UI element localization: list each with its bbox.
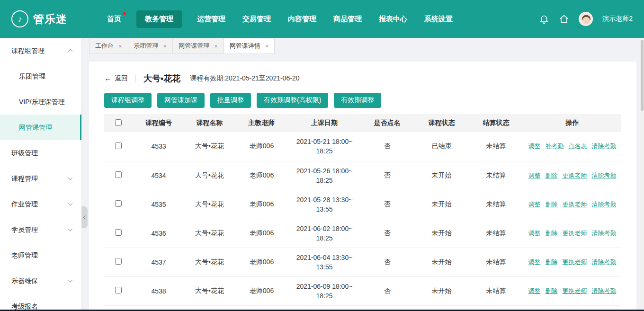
action-button[interactable]: 课程组调整 [104, 93, 152, 108]
sidebar-item[interactable]: 老师管理 [0, 242, 81, 268]
row-action-link[interactable]: 清除考勤 [592, 287, 617, 294]
table-column-header: 课程名称 [185, 114, 234, 132]
cell-date: 2021-05-26 18:00~18:25 [289, 161, 360, 190]
back-arrow-icon: ← [104, 75, 112, 82]
top-nav-item[interactable]: 教务管理 [136, 10, 182, 28]
row-action-link[interactable]: 调整 [528, 172, 541, 179]
action-button[interactable]: 有效期调整(高权限) [257, 93, 328, 108]
tab-item[interactable]: 网管课详情× [224, 38, 275, 54]
cell-status: 已结束 [414, 132, 469, 161]
cell-teacher: 老师006 [234, 219, 289, 248]
tab-item[interactable]: 网管课管理× [173, 38, 224, 54]
chevron-down-icon [68, 201, 73, 206]
tab-close-icon[interactable]: × [118, 43, 122, 49]
back-button[interactable]: ← 返回 [104, 74, 128, 83]
sidebar-item-label: VIP/乐理课管理 [19, 98, 64, 106]
sidebar-item[interactable]: 考级报名 [0, 293, 81, 311]
cell-settlement: 未结算 [469, 132, 523, 161]
action-button[interactable]: 网管课加课 [157, 93, 205, 108]
cell-settlement: 未结算 [469, 276, 523, 305]
top-nav-item[interactable]: 商品管理 [331, 10, 364, 28]
row-action-link[interactable]: 调整 [528, 201, 541, 208]
row-checkbox[interactable] [115, 229, 122, 236]
row-action-link[interactable]: 清除考勤 [592, 230, 617, 237]
row-action-link[interactable]: 清除考勤 [592, 201, 617, 208]
tab-close-icon[interactable]: × [163, 43, 167, 49]
row-action-link[interactable]: 点名表 [569, 142, 587, 150]
row-action-link[interactable]: 删除 [546, 258, 558, 266]
top-nav-item[interactable]: 报表中心 [377, 10, 409, 28]
cell-settlement: 未结算 [469, 219, 523, 248]
table-row: 4537大号•花花老师0062021-06-04 13:30~13:55否未开始… [104, 248, 621, 276]
row-action-link[interactable]: 删除 [546, 230, 558, 237]
select-all-checkbox[interactable] [115, 119, 122, 126]
logo-text: 管乐迷 [33, 12, 67, 27]
top-nav-item[interactable]: 交易管理 [241, 10, 273, 28]
row-actions-cell: 调整删除更换老师清除考勤 [523, 248, 621, 276]
logo-icon: ♪ [11, 10, 28, 27]
row-action-link[interactable]: 更换老师 [563, 287, 587, 294]
sidebar-item[interactable]: 班级管理 [0, 140, 81, 166]
row-action-link[interactable]: 更换老师 [563, 230, 587, 237]
sidebar-item[interactable]: 作业管理 [0, 191, 81, 217]
action-buttons-row: 课程组调整网管课加课批量调整有效期调整(高权限)有效期调整 [104, 93, 621, 108]
tab-close-icon[interactable]: × [214, 43, 218, 49]
action-button[interactable]: 有效期调整 [334, 93, 381, 108]
row-action-link[interactable]: 删除 [546, 287, 558, 294]
row-action-link[interactable]: 删除 [546, 201, 558, 208]
row-actions-cell: 调整补考勤点名表清除考勤 [523, 132, 621, 161]
sidebar-item-label: 学员管理 [11, 226, 38, 233]
scrollbar-thumb[interactable] [641, 40, 644, 111]
row-action-link[interactable]: 调整 [528, 230, 541, 237]
row-action-link[interactable]: 更换老师 [563, 201, 587, 208]
row-action-link[interactable]: 更换老师 [563, 172, 587, 179]
cell-teacher: 老师006 [234, 276, 289, 305]
sidebar-item[interactable]: 课程管理 [0, 166, 81, 191]
bell-icon[interactable] [539, 14, 549, 24]
row-checkbox[interactable] [115, 258, 122, 265]
row-action-link[interactable]: 调整 [528, 287, 541, 294]
row-action-link[interactable]: 清除考勤 [592, 172, 617, 179]
logo[interactable]: ♪ 管乐迷 [11, 10, 82, 27]
cell-settlement: 未结算 [469, 190, 523, 219]
sidebar-item[interactable]: 乐团管理 [0, 63, 81, 89]
tab-label: 工作台 [95, 42, 114, 50]
row-action-link[interactable]: 清除考勤 [592, 142, 617, 150]
row-checkbox[interactable] [115, 142, 122, 149]
row-action-link[interactable]: 删除 [546, 172, 558, 179]
home-icon[interactable] [559, 14, 569, 24]
sidebar-item[interactable]: 乐器维保 [0, 268, 81, 293]
row-checkbox[interactable] [115, 200, 122, 207]
row-checkbox[interactable] [115, 287, 122, 293]
top-nav-item[interactable]: 运营管理 [195, 10, 227, 28]
cell-course-name: 大号•花花 [185, 248, 234, 276]
sidebar-item[interactable]: 网管课管理 [0, 115, 81, 140]
cell-course-name: 大号•花花 [185, 190, 234, 219]
sidebar-item[interactable]: 学员管理 [0, 217, 81, 242]
row-action-link[interactable]: 调整 [528, 142, 541, 150]
tab-item[interactable]: 乐团管理× [128, 38, 173, 54]
tab-item[interactable]: 工作台× [89, 38, 128, 54]
validity-text: 课程有效期:2021-05-21至2021-06-20 [190, 74, 299, 83]
date-text: 2021-06-02 18:00~18:25 [295, 224, 353, 243]
sidebar-item[interactable]: VIP/乐理课管理 [0, 89, 81, 115]
avatar[interactable] [579, 12, 593, 26]
action-button[interactable]: 批量调整 [210, 93, 251, 108]
cell-course-name: 大号•花花 [185, 276, 234, 305]
user-name[interactable]: 演示老师2 [602, 15, 633, 23]
scrollbar-track [640, 38, 644, 311]
row-checkbox[interactable] [115, 171, 122, 178]
table-column-header: 上课日期 [289, 114, 360, 132]
top-nav-item[interactable]: 系统设置 [422, 10, 455, 28]
row-action-link[interactable]: 清除考勤 [592, 258, 617, 266]
top-nav-item[interactable]: 首页 [105, 10, 123, 28]
sidebar-collapse-handle[interactable] [81, 206, 88, 228]
sidebar-item[interactable]: 课程组管理 [0, 38, 81, 63]
row-action-link[interactable]: 调整 [528, 258, 541, 266]
top-nav-item[interactable]: 内容管理 [286, 10, 318, 28]
tab-close-icon[interactable]: × [265, 43, 269, 49]
row-checkbox-cell [104, 276, 133, 305]
row-action-link[interactable]: 补考勤 [546, 142, 564, 150]
sidebar-item-label: 课程组管理 [11, 47, 45, 54]
row-action-link[interactable]: 更换老师 [563, 258, 587, 266]
